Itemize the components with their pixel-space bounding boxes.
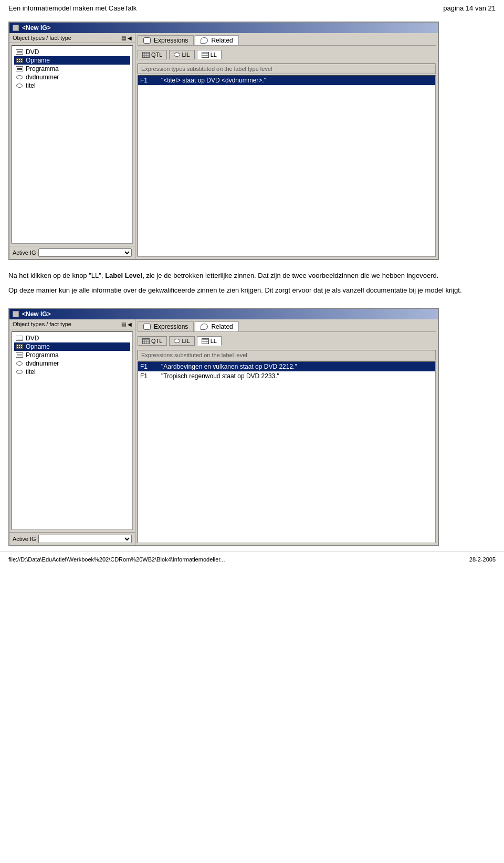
tree-item[interactable]: Opname bbox=[14, 56, 130, 65]
window1: <New IG> Object types / fact type ▤ ◀ DV… bbox=[8, 22, 439, 260]
entity-icon bbox=[15, 351, 24, 359]
circle-icon bbox=[15, 82, 24, 89]
tree-item-label: titel bbox=[26, 368, 36, 376]
entity-icon bbox=[15, 335, 24, 342]
paragraph2-text: Dat zijn de twee voorbeeldzinnen die we … bbox=[258, 272, 438, 279]
window2-tabs: Expressions Related bbox=[138, 321, 436, 332]
sub-tab2-qtl[interactable]: QTL bbox=[138, 336, 167, 346]
sub-tab-ll-label: LL bbox=[211, 51, 217, 58]
sub-tab-lil[interactable]: LIL bbox=[169, 50, 194, 59]
sub-tab-qtl-label: QTL bbox=[151, 51, 162, 58]
header-left: Een informatiemodel maken met CaseTalk bbox=[8, 4, 136, 12]
window2-tree: DVD Opname Programma bbox=[12, 331, 133, 530]
expr-val: "<titel> staat op DVD <dvdnummer>." bbox=[161, 77, 433, 84]
window1-tabs: Expressions Related bbox=[138, 35, 436, 46]
window2-right-panel: Expressions Related QTL bbox=[135, 319, 438, 545]
footer-date: 28-2-2005 bbox=[469, 556, 496, 563]
grid-icon bbox=[15, 343, 24, 350]
expr-val: "Tropisch regenwoud staat op DVD 2233." bbox=[161, 372, 433, 380]
entity-icon bbox=[15, 48, 24, 56]
sub-tab2-ll[interactable]: LL bbox=[197, 336, 222, 346]
expression-row[interactable]: F1 "<titel> staat op DVD <dvdnummer>." bbox=[138, 76, 435, 85]
related-icon bbox=[201, 37, 208, 44]
active-ig-select2[interactable] bbox=[38, 535, 132, 543]
window1-expressions-label: Expression types substituted on the labe… bbox=[138, 64, 436, 74]
active-ig-select[interactable] bbox=[38, 248, 132, 257]
tab-related[interactable]: Related bbox=[195, 35, 238, 45]
expr-key: F1 bbox=[140, 372, 161, 380]
window2: <New IG> Object types / fact type ▤ ◀ DV… bbox=[8, 308, 439, 546]
window1-panel-header: Object types / fact type ▤ ◀ bbox=[9, 33, 135, 43]
lil-icon2 bbox=[174, 339, 180, 343]
window2-panel-sort-icon[interactable]: ▤ ◀ bbox=[121, 321, 132, 327]
window1-titlebar: <New IG> bbox=[9, 23, 438, 33]
tab2-related[interactable]: Related bbox=[195, 321, 238, 331]
tree-item-label: titel bbox=[26, 82, 36, 89]
qtl-icon bbox=[142, 52, 150, 58]
tab-expressions[interactable]: Expressions bbox=[138, 35, 194, 45]
sub-tab-qtl[interactable]: QTL bbox=[138, 50, 167, 59]
sub-tab2-qtl-label: QTL bbox=[151, 338, 162, 344]
window2-panel-footer: Active IG bbox=[9, 532, 135, 545]
tree-item[interactable]: DVD bbox=[14, 48, 130, 56]
footer-path: file://D:\Data\EduActief\Werkboek%202\CD… bbox=[8, 556, 225, 563]
circle-icon bbox=[15, 74, 24, 81]
tree-item[interactable]: Programma bbox=[14, 351, 130, 359]
lil-icon bbox=[174, 53, 180, 57]
window2-expressions-label: Expressions substituted on the label lev… bbox=[138, 350, 436, 360]
tree-item[interactable]: dvdnummer bbox=[14, 73, 130, 81]
related-icon2 bbox=[201, 324, 208, 330]
entity-icon bbox=[15, 65, 24, 72]
tree-item-label: Opname bbox=[26, 57, 50, 64]
tab-expressions-label: Expressions bbox=[154, 37, 188, 44]
ll-icon2 bbox=[202, 338, 209, 344]
window2-title: <New IG> bbox=[22, 310, 51, 318]
tab2-expressions[interactable]: Expressions bbox=[138, 321, 194, 331]
tree-item[interactable]: Programma bbox=[14, 65, 130, 73]
circle-icon bbox=[15, 368, 24, 376]
circle-icon bbox=[15, 360, 24, 367]
tree-item[interactable]: titel bbox=[14, 368, 130, 376]
sub-tab-lil-label: LIL bbox=[182, 51, 190, 58]
window1-panel-sort-icon[interactable]: ▤ ◀ bbox=[121, 35, 132, 41]
tree-item[interactable]: Opname bbox=[14, 342, 130, 351]
window2-left-panel: Object types / fact type ▤ ◀ DVD bbox=[9, 319, 135, 545]
window1-sub-tabs: QTL LIL LL bbox=[138, 48, 436, 61]
window1-tree: DVD Opname Programma bbox=[12, 45, 133, 244]
expression-row[interactable]: F1 "Aardbevingen en vulkanen staat op DV… bbox=[138, 362, 435, 371]
qtl-icon2 bbox=[142, 338, 150, 344]
sub-tab2-lil[interactable]: LIL bbox=[169, 336, 194, 346]
window1-panel-footer: Active IG bbox=[9, 246, 135, 259]
window1-panel-header-text: Object types / fact type bbox=[13, 35, 71, 41]
expr-key: F1 bbox=[140, 77, 161, 84]
tree-item-label: DVD bbox=[26, 48, 39, 56]
tree-item-label: DVD bbox=[26, 335, 39, 342]
expression-row[interactable]: F1 "Tropisch regenwoud staat op DVD 2233… bbox=[138, 371, 435, 381]
expr-key: F1 bbox=[140, 363, 161, 370]
paragraph4-text: Dit zorgt ervoor dat je als vanzelf docu… bbox=[265, 286, 461, 294]
grid-icon bbox=[15, 57, 24, 64]
window1-icon bbox=[13, 25, 19, 31]
header-right: pagina 14 van 21 bbox=[443, 4, 496, 12]
tab2-expressions-label: Expressions bbox=[154, 323, 188, 330]
window1-title: <New IG> bbox=[22, 24, 51, 32]
tree-item[interactable]: dvdnummer bbox=[14, 359, 130, 368]
paragraph1-text: Na het klikken op de knop "LL", bbox=[8, 272, 105, 279]
tree-item[interactable]: titel bbox=[14, 81, 130, 90]
tree-item-label: dvdnummer bbox=[26, 360, 59, 367]
tree-item[interactable]: DVD bbox=[14, 334, 130, 342]
tree-item-label: Programma bbox=[26, 351, 59, 359]
expr-val: "Aardbevingen en vulkanen staat op DVD 2… bbox=[161, 363, 433, 370]
page-footer: file://D:\Data\EduActief\Werkboek%202\CD… bbox=[0, 552, 504, 567]
window2-expression-table: F1 "Aardbevingen en vulkanen staat op DV… bbox=[138, 361, 436, 543]
sub-tab2-ll-label: LL bbox=[211, 338, 217, 344]
page-header: Een informatiemodel maken met CaseTalk p… bbox=[0, 0, 504, 16]
sub-tab-ll[interactable]: LL bbox=[197, 50, 222, 59]
speech-icon2 bbox=[143, 324, 151, 330]
tree-item-label: Opname bbox=[26, 343, 50, 350]
speech-icon bbox=[143, 37, 151, 44]
paragraph3-text: Op deze manier kun je alle informatie ov… bbox=[8, 286, 265, 294]
tab-related-label: Related bbox=[211, 37, 233, 44]
window1-right-panel: Expressions Related QTL bbox=[135, 33, 438, 259]
window2-titlebar: <New IG> bbox=[9, 309, 438, 319]
